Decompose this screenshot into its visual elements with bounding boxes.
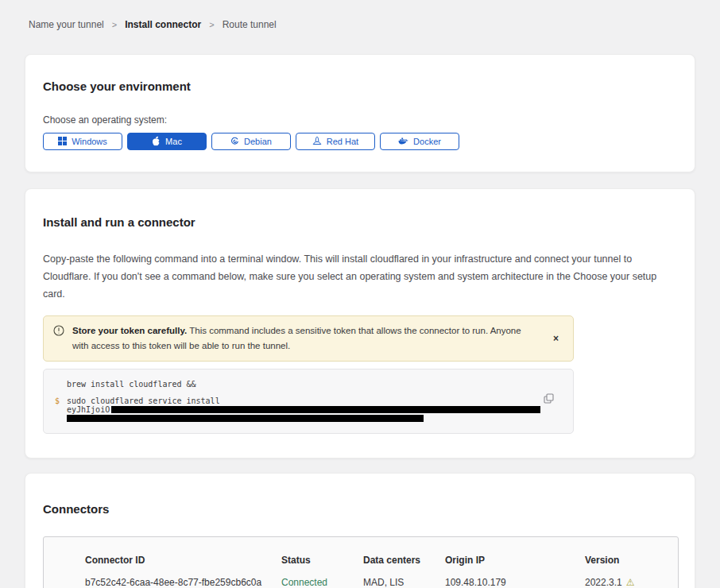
column-header-connector-id: Connector ID xyxy=(85,555,281,566)
token-redaction-bar xyxy=(111,406,540,413)
environment-card-title: Choose your environment xyxy=(43,79,677,93)
os-button-group: Windows Mac Debian xyxy=(43,133,677,150)
environment-card: Choose your environment Choose an operat… xyxy=(25,54,695,172)
connector-origin-ip-value: 109.48.10.179 xyxy=(445,577,585,588)
connectors-table: Connector ID Status Data centers Origin … xyxy=(43,536,679,588)
column-header-status: Status xyxy=(281,555,363,566)
code-line-brew: brew install cloudflared && xyxy=(67,380,196,389)
token-warning-banner: Store your token carefully. This command… xyxy=(43,315,574,362)
column-header-origin-ip: Origin IP xyxy=(445,555,585,566)
code-line-token: eyJhIjoiO xyxy=(67,405,540,414)
apple-icon xyxy=(152,136,161,148)
connector-version-value: 2022.3.1 ⚠ xyxy=(585,577,662,588)
token-warning-text: Store your token carefully. This command… xyxy=(72,323,525,354)
os-button-debian[interactable]: Debian xyxy=(211,133,291,150)
column-header-version: Version xyxy=(585,555,662,566)
token-warning-title: Store your token carefully. xyxy=(72,326,187,335)
os-button-label: Docker xyxy=(413,137,441,146)
token-redaction-bar xyxy=(67,415,424,422)
column-header-data-centers: Data centers xyxy=(363,555,445,566)
install-card-title: Install and run a connector xyxy=(43,215,677,229)
install-description: Copy-paste the following command into a … xyxy=(43,251,677,304)
os-button-label: Mac xyxy=(165,137,182,146)
connectors-card-title: Connectors xyxy=(43,502,677,516)
breadcrumb: Name your tunnel > Install connector > R… xyxy=(0,0,720,30)
connector-data-centers-value: MAD, LIS xyxy=(363,577,445,588)
breadcrumb-separator: > xyxy=(112,20,117,29)
install-command-codeblock[interactable]: brew install cloudflared && $ sudo cloud… xyxy=(43,369,574,434)
windows-icon xyxy=(58,137,67,147)
debian-icon xyxy=(230,137,239,147)
os-button-label: Red Hat xyxy=(327,137,358,146)
breadcrumb-name-your-tunnel[interactable]: Name your tunnel xyxy=(29,19,104,30)
os-button-docker[interactable]: Docker xyxy=(380,133,459,150)
os-button-redhat[interactable]: Red Hat xyxy=(296,133,375,150)
version-warning-icon: ⚠ xyxy=(626,578,635,587)
docker-icon xyxy=(398,137,408,147)
copy-icon[interactable] xyxy=(542,392,555,408)
connectors-card: Connectors Connector ID Status Data cent… xyxy=(25,473,695,588)
breadcrumb-route-tunnel[interactable]: Route tunnel xyxy=(223,19,277,30)
os-button-label: Debian xyxy=(244,137,272,146)
os-button-mac[interactable]: Mac xyxy=(127,133,207,150)
alert-circle-icon xyxy=(53,325,64,339)
os-button-label: Windows xyxy=(72,137,107,146)
breadcrumb-install-connector[interactable]: Install connector xyxy=(125,19,201,30)
code-line-sudo: sudo cloudflared service install xyxy=(67,397,220,405)
os-select-label: Choose an operating system: xyxy=(43,114,677,126)
redhat-icon xyxy=(312,136,322,147)
connector-id-value: b7c52c42-6caa-48ee-8c77-fbe259cb6c0a xyxy=(85,577,281,588)
os-button-windows[interactable]: Windows xyxy=(43,133,122,150)
breadcrumb-separator: > xyxy=(209,20,214,29)
close-icon[interactable]: × xyxy=(548,331,563,346)
install-card: Install and run a connector Copy-paste t… xyxy=(25,188,695,458)
connector-status-value: Connected xyxy=(281,577,363,588)
shell-prompt: $ xyxy=(55,397,67,405)
